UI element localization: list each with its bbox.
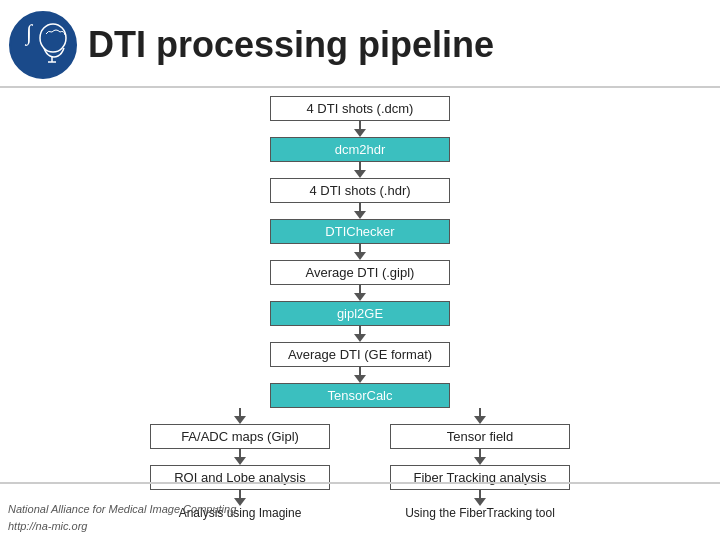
logo-icon: ∫	[8, 10, 78, 80]
arrow-head	[354, 375, 366, 383]
arrow-connector	[239, 490, 241, 498]
arrow-connector	[479, 490, 481, 498]
arrow-connector	[359, 203, 361, 211]
step3-box: 4 DTI shots (.hdr)	[270, 178, 450, 203]
arrow-head	[354, 211, 366, 219]
arrow-connector	[359, 326, 361, 334]
right-middle-box: Fiber Tracking analysis	[390, 465, 570, 490]
arrow-head	[474, 457, 486, 465]
step6-box: gipl2GE	[270, 301, 450, 326]
arrow-head	[354, 252, 366, 260]
arrow-connector	[359, 244, 361, 252]
arrow-connector	[239, 408, 241, 416]
bottom-divider	[0, 482, 720, 484]
footer-line1: National Alliance for Medical Image Comp…	[8, 501, 236, 518]
step5-box: Average DTI (.gipl)	[270, 260, 450, 285]
arrow-head	[474, 416, 486, 424]
left-top-box: FA/ADC maps (Gipl)	[150, 424, 330, 449]
arrow-head	[354, 293, 366, 301]
footer-line2: http://na-mic.org	[8, 518, 236, 535]
arrow-connector	[359, 121, 361, 129]
arrow-connector	[359, 285, 361, 293]
arrow-head	[354, 129, 366, 137]
arrow-head	[234, 416, 246, 424]
step2-box: dcm2hdr	[270, 137, 450, 162]
right-branch: Tensor field Fiber Tracking analysis Usi…	[390, 408, 570, 520]
arrow-connector	[239, 449, 241, 457]
page-title: DTI processing pipeline	[88, 24, 494, 66]
step4-box: DTIChecker	[270, 219, 450, 244]
arrow-connector	[479, 408, 481, 416]
header: ∫ DTI processing pipeline	[0, 0, 720, 88]
right-sub-label: Using the FiberTracking tool	[405, 506, 555, 520]
arrow-head	[354, 334, 366, 342]
step8-box: TensorCalc	[270, 383, 450, 408]
arrow-head	[474, 498, 486, 506]
step7-box: Average DTI (GE format)	[270, 342, 450, 367]
left-middle-box: ROI and Lobe analysis	[150, 465, 330, 490]
arrow-head	[354, 170, 366, 178]
arrow-connector	[479, 449, 481, 457]
arrow-connector	[359, 162, 361, 170]
logo: ∫	[8, 10, 78, 80]
step1-box: 4 DTI shots (.dcm)	[270, 96, 450, 121]
arrow-connector	[359, 367, 361, 375]
svg-point-0	[10, 12, 76, 78]
pipeline-diagram: 4 DTI shots (.dcm) dcm2hdr 4 DTI shots (…	[0, 88, 720, 520]
right-top-box: Tensor field	[390, 424, 570, 449]
footer: National Alliance for Medical Image Comp…	[8, 501, 236, 534]
arrow-head	[234, 457, 246, 465]
